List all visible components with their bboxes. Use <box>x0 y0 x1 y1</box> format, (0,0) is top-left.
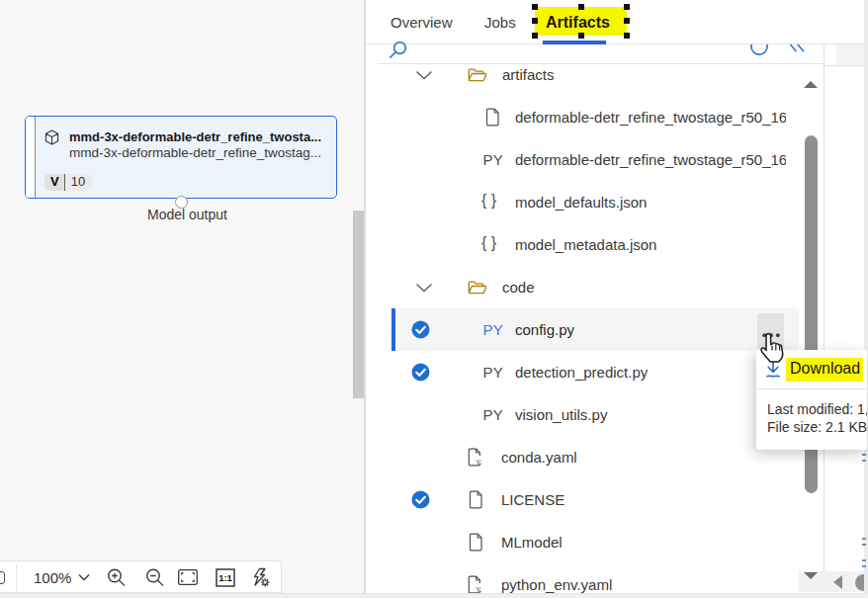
svg-text:1:1: 1:1 <box>218 572 232 583</box>
svg-text:Y:: Y: <box>476 586 481 593</box>
svg-text:Y:: Y: <box>476 459 481 466</box>
